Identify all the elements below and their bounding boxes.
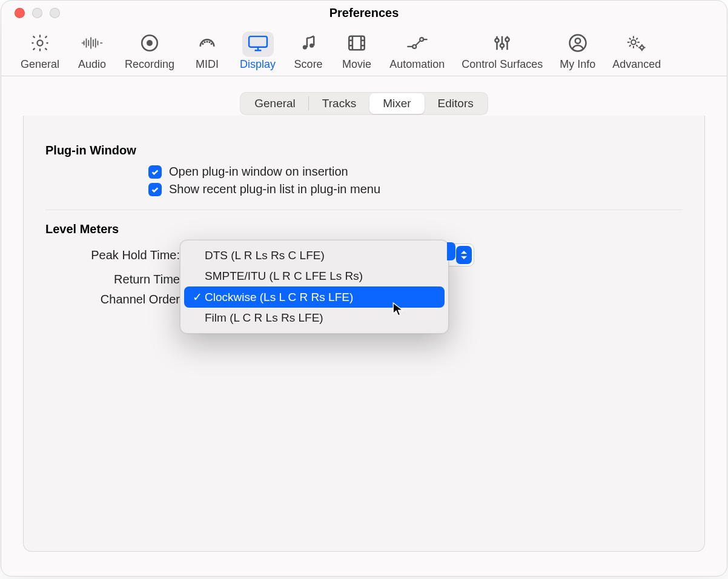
svg-point-13: [420, 38, 423, 41]
window-controls: [15, 8, 60, 18]
svg-rect-11: [349, 36, 365, 50]
toolbar-general[interactable]: General: [19, 31, 61, 76]
toolbar-label: Advanced: [612, 58, 661, 71]
display-subtabs: General Tracks Mixer Editors: [240, 92, 488, 115]
toolbar-control-surfaces[interactable]: Control Surfaces: [460, 31, 544, 76]
svg-point-12: [412, 45, 416, 48]
svg-point-3: [202, 43, 204, 45]
dropdown-item-label: Clockwise (Ls L C R Rs LFE): [205, 291, 353, 304]
midi-icon: [197, 33, 217, 56]
toolbar: General Audio Recording MIDI: [1, 25, 727, 76]
peak-hold-time-label: Peak Hold Time:: [45, 248, 185, 262]
svg-rect-8: [249, 36, 267, 47]
minimize-button[interactable]: [32, 8, 42, 18]
automation-icon: [406, 34, 429, 55]
toolbar-my-info[interactable]: My Info: [558, 31, 597, 76]
toolbar-label: Score: [294, 58, 323, 71]
toolbar-label: Movie: [342, 58, 371, 71]
svg-point-19: [631, 40, 636, 45]
toolbar-score[interactable]: Score: [291, 31, 325, 76]
checkbox-label: Open plug-in window on insertion: [169, 165, 348, 179]
svg-point-15: [500, 44, 504, 47]
svg-point-7: [209, 41, 211, 43]
close-button[interactable]: [15, 8, 25, 18]
toolbar-label: Automation: [389, 58, 445, 71]
checkbox-open-plugin-on-insertion[interactable]: [148, 165, 162, 179]
toolbar-label: Display: [240, 58, 276, 71]
svg-point-0: [37, 40, 42, 45]
dropdown-item[interactable]: Film (L C R Ls Rs LFE): [184, 308, 445, 328]
toolbar-label: MIDI: [196, 58, 219, 71]
score-icon: [298, 33, 319, 56]
toolbar-audio[interactable]: Audio: [75, 31, 109, 76]
window-title: Preferences: [329, 6, 399, 20]
subtab-editors[interactable]: Editors: [425, 93, 487, 114]
checkmark-icon: ✓: [190, 290, 205, 304]
channel-order-label: Channel Order: [45, 293, 185, 306]
subtab-tracks[interactable]: Tracks: [309, 93, 369, 114]
section-divider: [45, 210, 683, 210]
film-icon: [346, 33, 367, 56]
dropdown-item-label: Film (L C R Ls Rs LFE): [205, 311, 323, 325]
toolbar-label: Recording: [125, 58, 174, 71]
channel-order-dropdown: DTS (L R Ls Rs C LFE) SMPTE/ITU (L R C L…: [180, 240, 449, 334]
svg-point-2: [147, 40, 153, 46]
svg-point-14: [495, 39, 499, 42]
svg-point-16: [506, 38, 509, 41]
gears-icon: [625, 33, 648, 56]
zoom-button[interactable]: [50, 8, 60, 18]
toolbar-automation[interactable]: Automation: [388, 31, 446, 76]
titlebar: Preferences: [1, 1, 727, 25]
chevron-up-down-icon: [447, 242, 455, 260]
dropdown-item[interactable]: DTS (L R Ls Rs C LFE): [184, 245, 445, 266]
toolbar-midi[interactable]: MIDI: [190, 31, 224, 76]
record-icon: [139, 33, 160, 56]
display-icon: [247, 33, 270, 56]
svg-point-4: [207, 41, 208, 42]
subtab-mixer[interactable]: Mixer: [369, 93, 424, 114]
svg-point-18: [575, 38, 581, 44]
preferences-window: Preferences General Audio Recording: [1, 0, 727, 577]
toolbar-label: Audio: [78, 58, 106, 71]
dropdown-item-selected[interactable]: ✓ Clockwise (Ls L C R Rs LFE): [184, 286, 445, 308]
toolbar-label: My Info: [560, 58, 595, 71]
subtab-general[interactable]: General: [241, 93, 309, 114]
toolbar-recording[interactable]: Recording: [124, 31, 176, 76]
dropdown-item-label: SMPTE/ITU (L R C LFE Ls Rs): [205, 270, 363, 283]
gear-icon: [30, 33, 50, 56]
toolbar-label: Control Surfaces: [462, 58, 543, 71]
dropdown-item-label: DTS (L R Ls Rs C LFE): [205, 249, 325, 262]
svg-point-20: [640, 46, 644, 50]
toolbar-label: General: [21, 58, 59, 71]
toolbar-movie[interactable]: Movie: [340, 31, 374, 76]
chevron-up-down-icon: [456, 246, 472, 264]
sliders-icon: [492, 33, 512, 56]
toolbar-display[interactable]: Display: [239, 31, 277, 76]
checkbox-label: Show recent plug-in list in plug-in menu: [169, 182, 380, 196]
svg-point-6: [204, 41, 206, 43]
section-plugin-window-title: Plug-in Window: [45, 144, 683, 157]
settings-panel: Plug-in Window Open plug-in window on in…: [23, 116, 705, 552]
toolbar-advanced[interactable]: Advanced: [611, 31, 662, 76]
waveform-icon: [81, 33, 104, 56]
checkbox-show-recent-plugin-list[interactable]: [148, 183, 162, 196]
user-icon: [568, 33, 588, 56]
dropdown-item[interactable]: SMPTE/ITU (L R C LFE Ls Rs): [184, 266, 445, 286]
return-time-label: Return Time: [45, 273, 185, 286]
svg-point-5: [211, 43, 213, 45]
section-level-meters-title: Level Meters: [45, 222, 683, 236]
